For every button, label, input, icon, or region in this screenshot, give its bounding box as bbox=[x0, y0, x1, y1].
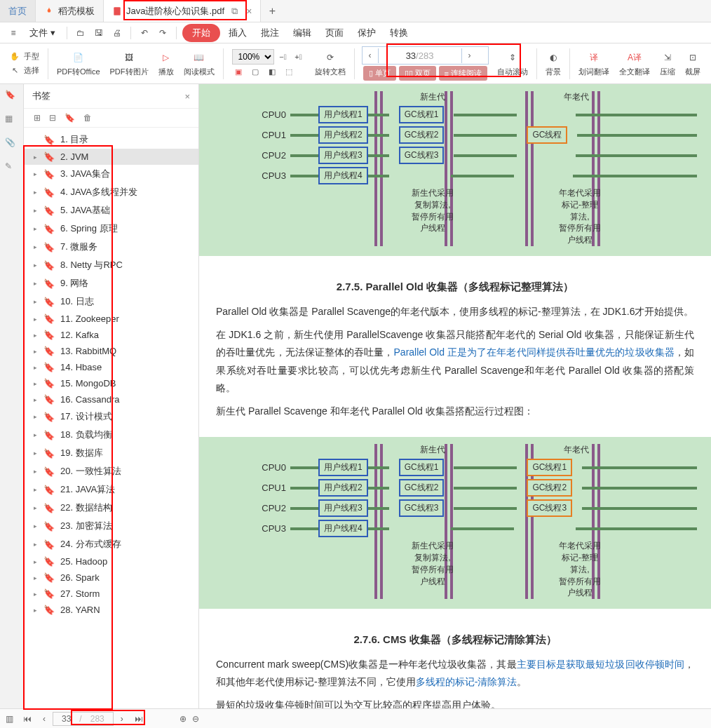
menu-annotate[interactable]: 批注 bbox=[255, 24, 285, 42]
bookmark-item[interactable]: ▸🔖28. YARN bbox=[24, 602, 198, 618]
link-cms-goal[interactable]: 主要目标是获取最短垃圾回收停顿时间 bbox=[517, 659, 684, 670]
prev-page-button[interactable]: ‹ bbox=[39, 713, 50, 725]
tool-bg[interactable]: ◐背景 bbox=[541, 43, 565, 83]
tab-templates[interactable]: 稻壳模板 bbox=[36, 0, 104, 22]
bookmark-item[interactable]: ▸🔖9. 网络 bbox=[24, 274, 198, 292]
bookmark-item[interactable]: ▸🔖7. 微服务 bbox=[24, 238, 198, 256]
bookmark-item[interactable]: 🔖1. 目录 bbox=[24, 130, 198, 149]
tool-hand[interactable]: ✋手型 bbox=[8, 50, 39, 63]
redo-icon[interactable]: ↷ bbox=[155, 25, 170, 41]
tab-add-button[interactable]: + bbox=[261, 0, 283, 22]
zoom-in-icon[interactable]: +⃝ bbox=[292, 50, 305, 63]
tool-word-translate[interactable]: 译划词翻译 bbox=[574, 43, 614, 83]
fit-icon-2[interactable]: ▢ bbox=[249, 66, 262, 79]
zoom-actual-icon[interactable]: ⊖ bbox=[192, 714, 199, 724]
view-single[interactable]: ▯ 单页 bbox=[363, 66, 396, 81]
tool-pdf-img[interactable]: 🖼PDF转图片 bbox=[106, 43, 153, 83]
bookmark-item[interactable]: ▸🔖24. 分布式缓存 bbox=[24, 535, 198, 553]
close-icon[interactable]: × bbox=[246, 6, 252, 17]
menu-edit[interactable]: 编辑 bbox=[287, 24, 317, 42]
tool-screenshot[interactable]: ⊡截屏 bbox=[681, 43, 705, 83]
view-double[interactable]: ▯▯ 双页 bbox=[399, 66, 436, 81]
bookmark-item[interactable]: ▸🔖22. 数据结构 bbox=[24, 499, 198, 517]
bookmark-item[interactable]: ▸🔖26. Spark bbox=[24, 569, 198, 586]
bookmark-label: 6. Spring 原理 bbox=[60, 222, 118, 235]
pdf-viewer[interactable]: 新生代 年老代 CPU0用户线程1GC线程1CPU1用户线程2GC线程2GC线程… bbox=[199, 84, 711, 708]
tool-compress[interactable]: ⇲压缩 bbox=[656, 43, 679, 83]
bookmark-item[interactable]: ▸🔖13. RabbitMQ bbox=[24, 343, 198, 359]
tool-rotate[interactable]: ⟳旋转文档 bbox=[311, 43, 350, 83]
bm-tool-3[interactable]: 🔖 bbox=[65, 113, 75, 123]
bookmark-item[interactable]: ▸🔖27. Storm bbox=[24, 586, 198, 602]
bookmark-item[interactable]: ▸🔖21. JAVA算法 bbox=[24, 480, 198, 499]
menu-start[interactable]: 开始 bbox=[182, 24, 220, 42]
tool-autoscroll[interactable]: ⇕自动滚动 bbox=[493, 43, 532, 83]
bookmark-item[interactable]: ▸🔖11. Zookeeper bbox=[24, 311, 198, 327]
bm-tool-1[interactable]: ⊞ bbox=[34, 113, 41, 123]
chevron-right-icon: ▸ bbox=[34, 225, 41, 232]
view-continuous[interactable]: ≡ 连续阅读 bbox=[439, 66, 487, 81]
bookmark-item[interactable]: ▸🔖2. JVM bbox=[24, 149, 198, 165]
zoom-fit-icon[interactable]: ⊕ bbox=[180, 714, 187, 724]
open-icon[interactable]: 🗀 bbox=[73, 25, 88, 41]
menu-page[interactable]: 页面 bbox=[320, 24, 349, 42]
user-thread-box: 用户线程2 bbox=[318, 479, 368, 497]
edit-rail-icon[interactable]: ✎ bbox=[5, 161, 19, 175]
bookmark-item[interactable]: ▸🔖3. JAVA集合 bbox=[24, 165, 198, 183]
bookmark-item[interactable]: ▸🔖16. Cassandra bbox=[24, 391, 198, 407]
tab-home[interactable]: 首页 bbox=[0, 0, 36, 22]
bookmark-item[interactable]: ▸🔖12. Kafka bbox=[24, 327, 198, 343]
save-icon[interactable]: 🖫 bbox=[91, 25, 107, 41]
tool-select[interactable]: ↖选择 bbox=[8, 65, 39, 77]
bm-tool-2[interactable]: ⊟ bbox=[49, 113, 56, 123]
sidebar-toggle-icon[interactable]: ▥ bbox=[6, 714, 13, 724]
tool-read-mode[interactable]: 📖阅读模式 bbox=[180, 43, 219, 83]
bookmark-item[interactable]: ▸🔖19. 数据库 bbox=[24, 444, 198, 462]
bookmark-item[interactable]: ▸🔖20. 一致性算法 bbox=[24, 462, 198, 480]
label-oldgen: 年老代 bbox=[541, 91, 611, 103]
zoom-select[interactable]: 100% bbox=[232, 49, 274, 65]
page-prev-button[interactable]: ‹ bbox=[363, 50, 378, 60]
bookmark-item[interactable]: ▸🔖8. Netty 与RPC bbox=[24, 256, 198, 274]
tool-pdf-office[interactable]: 📄PDF转Office bbox=[53, 43, 104, 83]
menu-insert[interactable]: 插入 bbox=[223, 24, 252, 42]
next-page-button[interactable]: › bbox=[116, 713, 128, 725]
fit-icon-1[interactable]: ▣ bbox=[232, 66, 245, 79]
tab-dup-icon[interactable]: ⧉ bbox=[231, 6, 238, 17]
bookmark-item[interactable]: ▸🔖14. Hbase bbox=[24, 359, 198, 375]
page-next-button[interactable]: › bbox=[462, 50, 478, 60]
tab-document[interactable]: Java进阶核心知识集.pdf ⧉ × bbox=[104, 0, 261, 22]
menu-file[interactable]: 文件 ▾ bbox=[24, 24, 61, 42]
fit-icon-4[interactable]: ⬚ bbox=[283, 66, 295, 79]
attach-rail-icon[interactable]: 📎 bbox=[5, 137, 19, 151]
thumbnail-rail-icon[interactable]: ▦ bbox=[5, 114, 19, 128]
bookmark-item[interactable]: ▸🔖23. 加密算法 bbox=[24, 517, 198, 535]
bookmark-rail-icon[interactable]: 🔖 bbox=[5, 90, 19, 104]
bookmark-item[interactable]: ▸🔖6. Spring 原理 bbox=[24, 220, 198, 238]
menu-protect[interactable]: 保护 bbox=[352, 24, 381, 42]
page-input[interactable]: 33/283 bbox=[378, 48, 462, 63]
link-parallel-old[interactable]: Parallel Old 正是为了在年老代同样提供吞吐量优先的垃圾收集器 bbox=[394, 346, 675, 358]
last-page-button[interactable]: ⏭ bbox=[130, 713, 147, 725]
menu-convert[interactable]: 转换 bbox=[384, 24, 414, 42]
bookmark-item[interactable]: ▸🔖5. JAVA基础 bbox=[24, 201, 198, 220]
svg-rect-0 bbox=[114, 7, 120, 15]
zoom-out-icon[interactable]: −⃝ bbox=[277, 50, 290, 63]
close-panel-icon[interactable]: × bbox=[184, 91, 190, 102]
bm-tool-4[interactable]: 🗑 bbox=[83, 113, 92, 123]
tool-play[interactable]: ▷播放 bbox=[154, 43, 178, 83]
bookmark-item[interactable]: ▸🔖17. 设计模式 bbox=[24, 407, 198, 426]
bookmark-item[interactable]: ▸🔖10. 日志 bbox=[24, 292, 198, 311]
undo-icon[interactable]: ↶ bbox=[137, 25, 152, 41]
first-page-button[interactable]: ⏮ bbox=[19, 713, 36, 725]
bookmark-item[interactable]: ▸🔖18. 负载均衡 bbox=[24, 426, 198, 444]
link-cms-algo[interactable]: 多线程的标记-清除算法 bbox=[416, 676, 517, 687]
bookmark-item[interactable]: ▸🔖15. MongoDB bbox=[24, 375, 198, 391]
menu-icon[interactable]: ≡ bbox=[6, 25, 21, 41]
bookmark-item[interactable]: ▸🔖25. Hadoop bbox=[24, 553, 198, 569]
tool-full-translate[interactable]: A译全文翻译 bbox=[615, 43, 654, 83]
bookmark-item[interactable]: ▸🔖4. JAVA多线程并发 bbox=[24, 183, 198, 201]
status-page-box[interactable]: 33/283 bbox=[53, 712, 114, 726]
print-icon[interactable]: 🖨 bbox=[109, 25, 125, 41]
fit-icon-3[interactable]: ◧ bbox=[266, 66, 278, 79]
